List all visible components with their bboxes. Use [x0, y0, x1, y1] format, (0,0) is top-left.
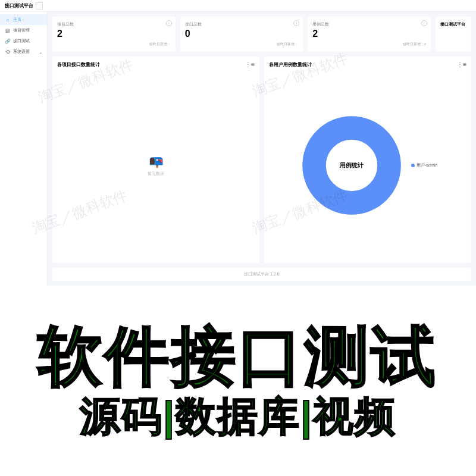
main-content: i 项目总数 2 较昨日新增： i 接口总数 0 较昨日新增： i 用例总数 2…: [48, 12, 476, 286]
sidebar-item-label: 接口测试: [13, 38, 30, 44]
empty-state: 📭 暂无数据: [148, 154, 164, 177]
right-panel: 接口测试平台: [436, 17, 471, 52]
stats-row: i 项目总数 2 较昨日新增： i 接口总数 0 较昨日新增： i 用例总数 2…: [52, 17, 471, 52]
app-header: 接口测试平台: [0, 0, 476, 12]
sidebar-item-home[interactable]: ⌂ 主页: [0, 14, 47, 25]
sidebar-item-label: 项目管理: [13, 27, 30, 33]
sidebar-item-label: 系统设置: [13, 49, 30, 55]
stat-label: 接口总数: [185, 21, 299, 27]
right-panel-title: 接口测试平台: [440, 22, 465, 26]
empty-text: 暂无数据: [148, 171, 164, 177]
stat-label: 用例总数: [312, 21, 426, 27]
stat-label: 项目总数: [57, 21, 171, 27]
stat-footer: 较昨日新增：2: [312, 42, 426, 47]
chart-menu-icon[interactable]: ⋮≡: [457, 61, 466, 68]
promo-line2: 源码|数据库|视频: [80, 392, 396, 441]
chart-card-user-cases: 各用户用例数量统计 ⋮≡ 用例统计: [264, 57, 471, 263]
stat-footer: 较昨日新增：: [185, 42, 299, 47]
charts-row: 各项目接口数量统计 ⋮≡ 📭 暂无数据 各用户用例数量统计 ⋮≡: [52, 57, 471, 263]
sidebar-item-label: 主页: [13, 17, 21, 23]
chart-title: 各用户用例数量统计: [269, 61, 312, 68]
sidebar: ⌂ 主页 ▤ 项目管理 🔗 接口测试 ⚙ 系统设置 ⌄: [0, 12, 48, 286]
promo-line1: 软件接口测试: [38, 321, 438, 392]
info-icon[interactable]: i: [293, 20, 299, 26]
donut-center-label: 用例统计: [340, 161, 364, 170]
stat-value: 2: [312, 29, 426, 39]
page-footer: 接口测试平台 1.2.0: [52, 268, 471, 281]
sidebar-item-api-test[interactable]: 🔗 接口测试: [0, 36, 47, 46]
sidebar-item-settings[interactable]: ⚙ 系统设置 ⌄: [0, 46, 47, 57]
sidebar-item-projects[interactable]: ▤ 项目管理: [0, 25, 47, 36]
donut-chart: 用例统计: [298, 112, 405, 219]
link-icon: 🔗: [5, 38, 11, 44]
list-icon: ▤: [5, 27, 11, 33]
chart-title: 各项目接口数量统计: [57, 61, 100, 68]
chart-menu-icon[interactable]: ⋮≡: [245, 61, 255, 68]
chart-card-project-apis: 各项目接口数量统计 ⋮≡ 📭 暂无数据: [52, 57, 259, 263]
app-title: 接口测试平台: [5, 2, 33, 9]
stat-footer: 较昨日新增：: [57, 42, 171, 47]
legend-dot-icon: [411, 164, 415, 167]
empty-icon: 📭: [148, 154, 164, 168]
header-toggle-icon[interactable]: [36, 2, 43, 10]
chart-legend: 用户-admin: [411, 162, 437, 168]
stat-card-apis: i 接口总数 0 较昨日新增：: [180, 17, 303, 52]
info-icon[interactable]: i: [421, 20, 427, 26]
promo-banner: 软件接口测试 源码|数据库|视频: [0, 286, 476, 476]
chevron-down-icon: ⌄: [39, 50, 42, 54]
stat-value: 0: [185, 29, 299, 39]
legend-label: 用户-admin: [416, 162, 437, 168]
app-window: 接口测试平台 ⌂ 主页 ▤ 项目管理 🔗 接口测试 ⚙ 系统设置 ⌄: [0, 0, 476, 286]
home-icon: ⌂: [5, 17, 11, 23]
stat-card-cases: i 用例总数 2 较昨日新增：2: [308, 17, 431, 52]
stat-value: 2: [57, 29, 171, 39]
gear-icon: ⚙: [5, 49, 11, 55]
stat-card-projects: i 项目总数 2 较昨日新增：: [52, 17, 176, 52]
info-icon[interactable]: i: [166, 20, 172, 26]
